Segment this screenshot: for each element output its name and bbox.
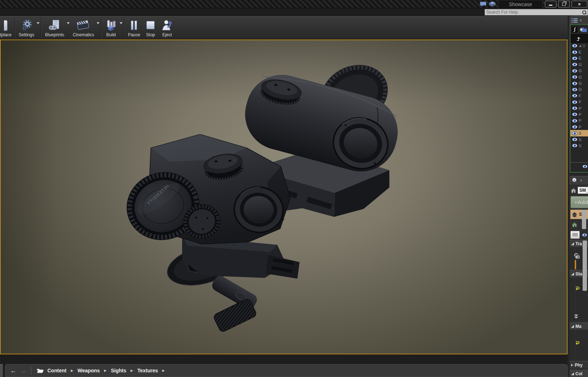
toolbar-settings-button[interactable]: Settings	[16, 16, 37, 39]
close-tab-icon[interactable]: ×	[580, 178, 582, 183]
outliner-row[interactable]: G	[570, 74, 588, 80]
section-materials-header[interactable]: Ma	[570, 322, 588, 330]
toolbar-separator	[41, 17, 42, 38]
grid-view-button[interactable]	[570, 231, 580, 239]
visibility-eye-icon[interactable]	[572, 75, 578, 79]
outliner-row[interactable]: P	[570, 105, 588, 111]
project-title-tab[interactable]: Showcase	[498, 0, 543, 8]
content-browser-dock: ← → Content ▶ Weapons ▶ Sights ▶ Texture…	[0, 354, 568, 377]
outliner-search-box[interactable]	[571, 34, 588, 43]
breadcrumb-caret-icon[interactable]: ▶	[162, 369, 165, 372]
outliner-row[interactable]: S	[570, 143, 588, 149]
breadcrumb-caret-icon[interactable]: ▶	[71, 369, 73, 372]
reset-to-default-icon[interactable]	[574, 340, 580, 345]
breadcrumb-caret-icon[interactable]: ▶	[131, 369, 133, 372]
back-button[interactable]: ←	[10, 368, 17, 374]
visibility-eye-icon[interactable]	[572, 50, 578, 54]
outliner-row[interactable]: P	[570, 111, 588, 117]
visibility-eye-icon[interactable]	[572, 138, 578, 141]
section-physics-header[interactable]: Phy	[570, 361, 588, 369]
component-scrollbar-thumb[interactable]	[582, 210, 586, 229]
outliner-row[interactable]: G	[570, 61, 588, 68]
blueprints-dropdown-caret[interactable]	[67, 22, 70, 24]
visibility-eye-icon[interactable]	[572, 94, 578, 98]
outliner-row[interactable]: E	[570, 49, 588, 55]
close-tab-icon[interactable]: ×	[579, 18, 582, 23]
breadcrumb-sights[interactable]: Sights	[111, 368, 126, 373]
breadcrumb-caret-icon[interactable]: ▶	[104, 369, 107, 372]
visibility-eye-icon[interactable]	[572, 82, 578, 85]
toolbar-blueprints-button[interactable]: Blueprints	[42, 16, 66, 39]
outliner-row[interactable]: G	[570, 80, 588, 86]
visibility-eye-icon[interactable]	[572, 119, 578, 123]
viewport-3d[interactable]: INTENSITY	[0, 39, 568, 354]
visibility-eye-icon[interactable]	[572, 44, 578, 48]
outliner-row[interactable]: P	[570, 99, 588, 105]
visibility-eye-icon[interactable]	[572, 69, 578, 73]
visibility-eye-icon[interactable]	[572, 88, 578, 92]
reset-to-default-icon[interactable]	[574, 286, 580, 291]
cinematics-clapper-icon	[76, 19, 91, 32]
outliner-row[interactable]: P	[570, 118, 588, 124]
outliner-row[interactable]: G	[570, 68, 588, 74]
breadcrumb-textures[interactable]: Textures	[137, 368, 158, 373]
section-expanded-icon	[571, 273, 574, 275]
outliner-row[interactable]: F	[570, 93, 588, 99]
expand-more-chevron[interactable]	[574, 315, 578, 318]
help-search-box[interactable]	[485, 9, 588, 15]
details-scrollbar-thumb[interactable]	[583, 241, 587, 291]
breadcrumb-weapons[interactable]: Weapons	[78, 368, 100, 373]
outliner-search-icon[interactable]	[571, 26, 578, 33]
outliner-row[interactable]: G	[570, 87, 588, 93]
outliner-row[interactable]: S	[570, 136, 588, 143]
window-titlebar[interactable]: Showcase ×	[0, 0, 588, 8]
toolbar-pause-button[interactable]: Pause	[125, 16, 143, 39]
toolbar-stop-button[interactable]: Stop	[143, 16, 158, 39]
actor-label: P	[579, 106, 581, 111]
toolbar-cinematics-button[interactable]: Cinematics	[70, 16, 97, 39]
section-collision-header[interactable]: Col	[570, 370, 588, 377]
actor-label: E	[579, 56, 581, 60]
visibility-eye-icon[interactable]	[572, 131, 578, 135]
visibility-eye-icon[interactable]	[572, 144, 578, 148]
sources-panel-fragment[interactable]	[0, 364, 3, 377]
expander-icon[interactable]	[579, 45, 581, 47]
actor-label: V	[583, 44, 585, 48]
cinematics-dropdown-caret[interactable]	[97, 22, 99, 24]
settings-dropdown-caret[interactable]	[37, 22, 40, 24]
up-level-icon	[575, 36, 581, 41]
toolbar-label: Blueprints	[45, 32, 64, 37]
visibility-eye-icon[interactable]	[572, 125, 578, 129]
add-component-button[interactable]: +Add	[570, 196, 588, 208]
create-folder-icon[interactable]	[579, 27, 587, 33]
outliner-row[interactable]: V	[570, 43, 588, 49]
visibility-eye-icon[interactable]	[572, 112, 578, 116]
forward-button[interactable]: →	[20, 368, 26, 374]
outliner-row-selected[interactable]: S	[570, 130, 588, 136]
toolbar-label: tplace	[0, 32, 11, 37]
toolbar-build-button[interactable]: Build	[102, 16, 120, 39]
visibility-eye-icon[interactable]	[572, 106, 578, 110]
visibility-eye-icon[interactable]	[572, 100, 578, 104]
filter-eye-icon[interactable]	[582, 233, 587, 237]
tab-world-outliner[interactable]: ×	[570, 16, 588, 24]
feedback-icon[interactable]	[480, 1, 487, 7]
blueprints-icon	[48, 19, 61, 32]
visibility-eye-icon[interactable]	[572, 62, 578, 66]
restore-button[interactable]	[558, 1, 570, 8]
toolbar-eject-button[interactable]: Eject	[158, 16, 176, 39]
toolbar-marketplace-button[interactable]: tplace	[0, 16, 14, 39]
minimize-button[interactable]	[545, 1, 556, 8]
help-search-input[interactable]	[485, 10, 582, 15]
build-dropdown-caret[interactable]	[120, 22, 122, 24]
visibility-eye-icon[interactable]	[572, 56, 578, 60]
actor-name-field[interactable]: SM_	[578, 187, 588, 194]
outliner-row[interactable]: P	[570, 124, 588, 130]
close-window-button[interactable]: ×	[571, 1, 587, 8]
view-options-eye-icon[interactable]	[582, 164, 588, 168]
breadcrumb-content[interactable]: Content	[47, 368, 66, 373]
transform-lock-icon[interactable]	[573, 252, 580, 259]
tutorials-icon[interactable]	[489, 1, 496, 7]
tab-details[interactable]: i ×	[570, 176, 588, 185]
outliner-row[interactable]: E	[570, 55, 588, 61]
